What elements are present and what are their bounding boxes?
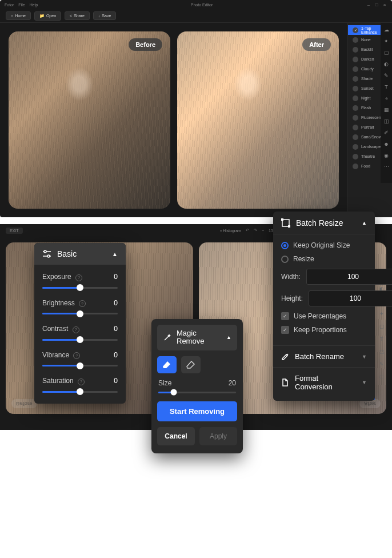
file-icon [281, 378, 289, 386]
sticker-icon[interactable]: ☻ [383, 141, 390, 148]
slider-vibrance: Vibrance ?0 [34, 343, 126, 367]
radio-on-icon [281, 242, 289, 249]
slider-thumb[interactable] [77, 284, 83, 291]
use-percentages-checkbox[interactable]: ✓ Use Percentages [281, 312, 367, 320]
tool-icon-4[interactable]: ▢ [378, 324, 385, 330]
share-button[interactable]: <Share [65, 11, 90, 20]
batch-panel: Batch Resize ▲ Keep Original Size Resize… [273, 212, 375, 401]
info-icon[interactable]: ? [79, 300, 86, 307]
preset-swatch-icon [353, 105, 358, 111]
exit-button[interactable]: EXIT [6, 228, 23, 234]
cloud-icon[interactable]: ☁ [383, 26, 390, 33]
preset-swatch-icon [353, 115, 358, 121]
slider-thumb[interactable] [77, 388, 83, 395]
after-badge: After [302, 38, 331, 51]
histogram-toggle[interactable]: ▪ Histogram [221, 229, 241, 233]
slider-thumb[interactable] [77, 362, 83, 369]
batch-rename-section[interactable]: Batch Rename ▼ [273, 345, 375, 367]
svg-line-4 [165, 336, 169, 340]
brush-icon[interactable]: ✐ [383, 129, 390, 136]
tool-icon-8[interactable]: ⬡ [378, 374, 385, 381]
info-icon[interactable]: ? [73, 352, 80, 359]
start-removing-button[interactable]: Start Removing [157, 401, 237, 421]
info-icon[interactable]: ? [75, 274, 82, 281]
apply-button[interactable]: Apply [199, 427, 237, 445]
slider-thumb[interactable] [171, 389, 177, 396]
home-button[interactable]: ⌂Home [6, 11, 31, 20]
crop-icon[interactable]: ⟐ [383, 95, 390, 102]
slider-thumb[interactable] [77, 336, 83, 343]
saturation-slider[interactable] [42, 391, 118, 393]
wand-icon [163, 333, 172, 342]
eraser-tool-alt[interactable] [181, 356, 201, 373]
eraser-tool-active[interactable] [157, 356, 177, 373]
batch-rename-title: Batch Rename [295, 352, 344, 361]
sparkle-icon[interactable]: ✦ [383, 38, 390, 45]
grid-icon[interactable]: ▦ [383, 106, 390, 113]
zoom-out-icon[interactable]: − [262, 229, 264, 233]
tool-icon-5[interactable]: T [378, 336, 385, 343]
frame-icon[interactable]: ▢ [383, 49, 390, 56]
eyedropper-icon[interactable]: ✎ [383, 72, 390, 79]
minimize-icon[interactable]: – [366, 2, 371, 7]
maximize-icon[interactable]: □ [374, 2, 379, 7]
menu-file[interactable]: File [18, 3, 25, 7]
svg-rect-6 [281, 218, 283, 221]
size-slider[interactable] [158, 392, 236, 393]
menu-help[interactable]: Help [30, 3, 38, 7]
height-input[interactable] [309, 290, 392, 306]
preset-swatch-icon [353, 86, 358, 91]
slider-brightness: Brightness ?0 [34, 291, 126, 315]
adjust-icon[interactable]: ◐ [383, 61, 390, 67]
height-label: Height: [281, 294, 303, 302]
keep-original-radio[interactable]: Keep Original Size [281, 241, 367, 249]
checkbox-checked-icon: ✓ [281, 312, 289, 320]
close-icon[interactable]: × [382, 2, 387, 7]
magic-panel-header[interactable]: Magic Remove ▲ [157, 325, 237, 350]
preset-swatch-icon [353, 134, 358, 140]
format-conversion-title: Format Conversion [295, 374, 356, 391]
slider-thumb[interactable] [77, 310, 83, 317]
size-label: Size [158, 379, 171, 387]
preset-swatch-icon [353, 37, 358, 43]
preset-swatch-icon [353, 125, 358, 130]
preset-swatch-icon [353, 144, 358, 150]
vibrance-slider[interactable] [42, 365, 118, 366]
redo-icon[interactable]: ↷ [254, 228, 257, 233]
resize-radio[interactable]: Resize [281, 255, 367, 263]
batch-resize-header[interactable]: Batch Resize ▲ [273, 212, 375, 234]
keep-proportions-checkbox[interactable]: ✓ Keep Proportions [281, 326, 367, 334]
width-input[interactable] [306, 269, 392, 285]
save-button[interactable]: ↓Save [93, 11, 116, 20]
more-icon[interactable]: ⋯ [383, 164, 390, 170]
info-icon[interactable]: ? [73, 326, 79, 333]
format-conversion-section[interactable]: Format Conversion ▼ [273, 367, 375, 397]
slider-saturation: Saturation ?0 [34, 369, 126, 393]
slider-exposure: Exposure ?0 [34, 265, 126, 289]
pencil-icon [281, 353, 289, 361]
open-button[interactable]: 📁Open [34, 11, 61, 21]
undo-icon[interactable]: ↶ [246, 228, 249, 233]
cancel-button[interactable]: Cancel [157, 427, 195, 445]
preset-swatch-icon [353, 154, 358, 160]
exposure-slider[interactable] [42, 287, 118, 289]
window-title: Photo Editor [38, 3, 366, 7]
tool-icon-3[interactable]: ✦ [378, 311, 385, 318]
tool-icon-6[interactable]: ◫ [378, 349, 385, 356]
share-icon: < [70, 14, 72, 18]
checkbox-checked-icon: ✓ [281, 326, 289, 334]
magic-remove-panel: Magic Remove ▲ Size 20 Start Removing Ca… [151, 319, 243, 453]
preset-swatch-icon [353, 27, 358, 33]
chevron-down-icon: ▼ [362, 354, 367, 360]
layers-icon[interactable]: ◫ [383, 118, 390, 125]
info-icon[interactable]: ? [78, 378, 85, 385]
contrast-slider[interactable] [42, 339, 118, 341]
before-image: Before [9, 31, 170, 209]
svg-rect-7 [288, 225, 290, 228]
effects-icon[interactable]: ◉ [383, 152, 390, 159]
basic-panel-header[interactable]: Basic ▲ [34, 243, 126, 265]
sliders-icon [42, 250, 51, 258]
tool-icon-7[interactable]: ✎ [378, 361, 385, 368]
brightness-slider[interactable] [42, 313, 118, 314]
text-icon[interactable]: T [383, 83, 390, 90]
